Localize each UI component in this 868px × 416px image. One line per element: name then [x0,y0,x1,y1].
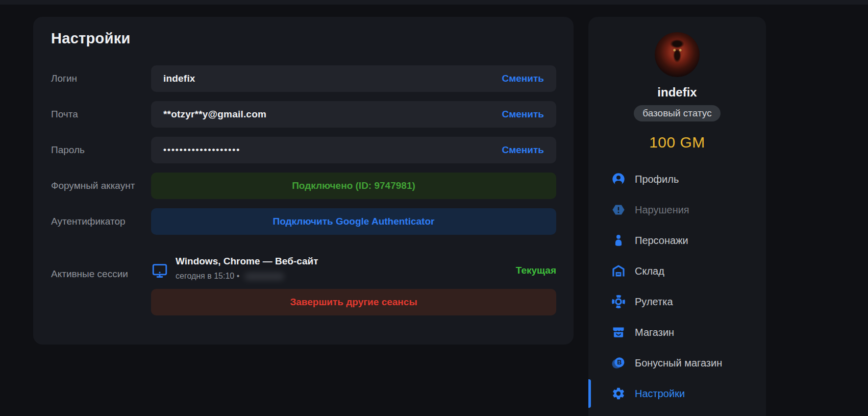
email-row: Почта **otzyr**y@gmail.com Сменить [51,101,556,128]
login-label: Логин [51,73,151,84]
balance-amount: 100 GM [588,134,766,151]
settings-panel: Настройки Логин indefix Сменить Почта **… [33,17,574,345]
email-field: **otzyr**y@gmail.com Сменить [151,101,556,128]
sidebar-item-characters[interactable]: Персонажи [588,225,766,256]
login-field: indefix Сменить [151,65,556,92]
profile-sidebar: indefix базовый статус 100 GM Профиль [588,17,766,416]
page-title: Настройки [51,30,556,47]
password-field: ••••••••••••••••••• Сменить [151,137,556,163]
authenticator-row: Аутентификатор Подключить Google Authent… [51,208,556,235]
sidebar-item-label: Персонажи [635,235,688,247]
top-strip [0,0,868,5]
sidebar-item-label: Бонусный магазин [635,357,722,369]
sidebar-item-label: Настройки [635,388,685,400]
sidebar-item-profile[interactable]: Профиль [588,164,766,194]
session-time: сегодня в 15:10 • [176,272,239,281]
avatar [655,32,700,77]
status-badge: базовый статус [634,105,720,121]
forum-account-row: Форумный аккаунт Подключено (ID: 9747981… [51,173,556,199]
session-entry: Windows, Chrome — Веб-сайт сегодня в 15:… [151,253,556,281]
svg-text:B: B [617,359,622,366]
user-circle-icon [611,172,626,186]
sidebar-item-shop[interactable]: Магазин [588,317,766,348]
session-texts: Windows, Chrome — Веб-сайт сегодня в 15:… [176,256,516,281]
violation-icon [611,203,626,217]
page: Настройки Логин indefix Сменить Почта **… [0,0,868,416]
login-row: Логин indefix Сменить [51,65,556,92]
monitor-icon [151,262,168,279]
connect-authenticator-button[interactable]: Подключить Google Authenticator [151,208,556,235]
sidebar-item-violations[interactable]: Нарушения [588,194,766,225]
sidebar-item-label: Склад [635,265,664,277]
sidebar-item-bonus-shop[interactable]: B Бонусный магазин [588,348,766,378]
password-label: Пароль [51,144,151,156]
roulette-chip-icon [611,295,626,309]
sidebar-item-label: Магазин [635,327,674,338]
email-label: Почта [51,109,151,120]
sidebar-item-warehouse[interactable]: Склад [588,256,766,286]
bonus-coin-icon: B [611,356,626,370]
forum-account-label: Форумный аккаунт [51,180,151,191]
sidebar-menu: Профиль Нарушения [588,164,766,409]
session-title: Windows, Chrome — Веб-сайт [176,256,516,267]
active-sessions-row: Активные сессии Windows, Chrome — Веб-са… [51,253,556,281]
password-value: ••••••••••••••••••• [163,145,240,155]
change-login-button[interactable]: Сменить [502,73,544,84]
forum-connected-status: Подключено (ID: 9747981) [151,173,556,199]
sidebar-item-label: Рулетка [635,296,673,308]
profile-username: indefix [588,85,766,100]
change-email-button[interactable]: Сменить [502,109,544,120]
authenticator-label: Аутентификатор [51,216,151,227]
change-password-button[interactable]: Сменить [502,144,544,156]
person-icon [611,233,626,248]
gear-icon [611,386,626,401]
sidebar-item-label: Профиль [635,174,679,185]
redacted-ip [244,273,284,280]
session-subtitle: сегодня в 15:10 • [176,272,516,281]
terminate-other-sessions-button[interactable]: Завершить другие сеансы [151,289,556,315]
warehouse-icon [611,264,626,278]
sidebar-item-roulette[interactable]: Рулетка [588,286,766,317]
storefront-icon [611,325,626,339]
current-session-badge: Текущая [516,265,556,276]
email-value: **otzyr**y@gmail.com [163,109,266,120]
active-sessions-label: Активные сессии [51,253,151,280]
password-row: Пароль ••••••••••••••••••• Сменить [51,137,556,163]
login-value: indefix [163,73,195,84]
settings-rows: Логин indefix Сменить Почта **otzyr**y@g… [51,65,556,315]
sidebar-item-settings[interactable]: Настройки [588,378,766,409]
sidebar-item-label: Нарушения [635,204,689,216]
